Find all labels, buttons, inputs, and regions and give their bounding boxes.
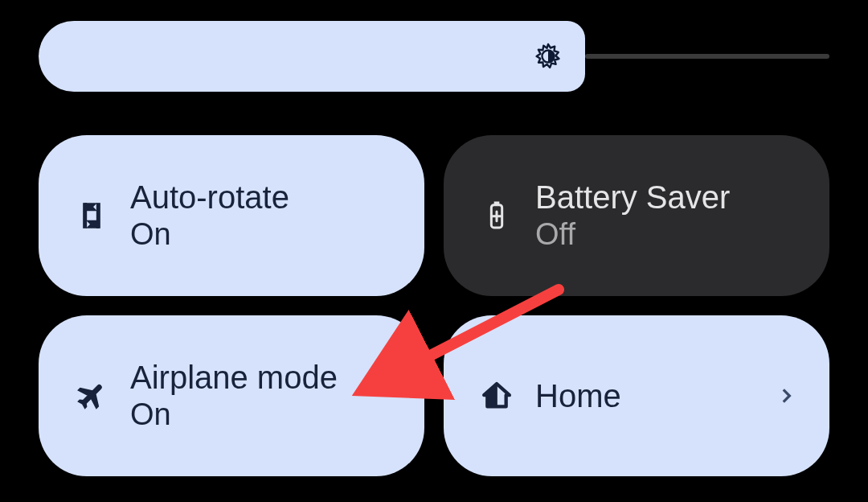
tile-title: Battery Saver	[535, 179, 802, 215]
tile-status: On	[130, 398, 397, 432]
brightness-slider[interactable]	[39, 21, 829, 92]
brightness-slider-fill	[39, 21, 585, 92]
airplane-icon	[66, 380, 117, 412]
tile-title: Home	[535, 378, 770, 414]
tile-auto-rotate[interactable]: Auto-rotate On	[39, 135, 424, 296]
tile-airplane-mode[interactable]: Airplane mode On	[39, 315, 424, 476]
chevron-right-icon	[770, 385, 802, 406]
tile-text: Auto-rotate On	[130, 179, 397, 252]
auto-rotate-icon	[66, 200, 117, 232]
quick-settings-tiles: Auto-rotate On Battery Saver Off Airplan…	[39, 135, 829, 476]
tile-text: Battery Saver Off	[535, 179, 802, 252]
tile-text: Home	[535, 378, 770, 414]
home-icon	[471, 380, 522, 412]
svg-rect-1	[84, 204, 86, 228]
svg-rect-4	[495, 202, 499, 205]
tile-title: Auto-rotate	[130, 179, 397, 215]
tile-battery-saver[interactable]: Battery Saver Off	[444, 135, 829, 296]
svg-rect-2	[97, 204, 100, 228]
tile-title: Airplane mode	[130, 360, 397, 395]
tile-text: Airplane mode On	[130, 360, 397, 432]
tile-status: On	[130, 218, 397, 252]
battery-saver-icon	[471, 200, 522, 232]
tile-home[interactable]: Home	[444, 315, 829, 476]
brightness-slider-track	[585, 54, 829, 59]
brightness-medium-icon	[534, 42, 563, 71]
tile-status: Off	[535, 218, 802, 252]
